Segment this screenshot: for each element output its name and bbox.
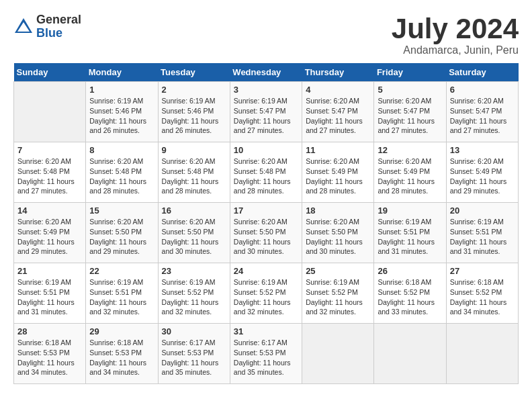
day-number: 11 — [306, 145, 370, 155]
day-info: Sunrise: 6:20 AM Sunset: 5:49 PM Dayligh… — [17, 217, 82, 257]
calendar-cell: 26Sunrise: 6:18 AM Sunset: 5:52 PM Dayli… — [374, 263, 446, 324]
calendar-cell: 22Sunrise: 6:19 AM Sunset: 5:51 PM Dayli… — [86, 263, 158, 324]
calendar-week-3: 14Sunrise: 6:20 AM Sunset: 5:49 PM Dayli… — [14, 203, 519, 263]
weekday-header-thursday: Thursday — [302, 63, 374, 82]
calendar-cell — [14, 82, 86, 142]
day-number: 24 — [234, 266, 298, 276]
day-info: Sunrise: 6:20 AM Sunset: 5:47 PM Dayligh… — [306, 96, 370, 136]
weekday-header-tuesday: Tuesday — [158, 63, 230, 82]
day-number: 25 — [306, 266, 370, 276]
day-info: Sunrise: 6:20 AM Sunset: 5:49 PM Dayligh… — [306, 156, 370, 196]
calendar-week-5: 28Sunrise: 6:18 AM Sunset: 5:53 PM Dayli… — [14, 324, 519, 384]
day-info: Sunrise: 6:20 AM Sunset: 5:48 PM Dayligh… — [234, 156, 298, 196]
calendar-cell — [446, 324, 518, 384]
calendar-cell: 7Sunrise: 6:20 AM Sunset: 5:48 PM Daylig… — [14, 142, 86, 203]
day-info: Sunrise: 6:20 AM Sunset: 5:50 PM Dayligh… — [306, 217, 370, 257]
calendar-cell: 18Sunrise: 6:20 AM Sunset: 5:50 PM Dayli… — [302, 203, 374, 263]
calendar-cell — [374, 324, 446, 384]
day-info: Sunrise: 6:20 AM Sunset: 5:49 PM Dayligh… — [450, 156, 515, 196]
calendar-cell: 10Sunrise: 6:20 AM Sunset: 5:48 PM Dayli… — [230, 142, 302, 203]
calendar-cell: 4Sunrise: 6:20 AM Sunset: 5:47 PM Daylig… — [302, 82, 374, 142]
day-number: 5 — [378, 85, 442, 95]
day-number: 26 — [378, 266, 442, 276]
day-info: Sunrise: 6:18 AM Sunset: 5:53 PM Dayligh… — [17, 338, 82, 377]
day-info: Sunrise: 6:20 AM Sunset: 5:47 PM Dayligh… — [450, 96, 515, 136]
calendar-week-2: 7Sunrise: 6:20 AM Sunset: 5:48 PM Daylig… — [14, 142, 519, 203]
title-area: July 2024 Andamarca, Junin, Peru — [392, 13, 519, 56]
day-number: 29 — [89, 326, 154, 336]
day-number: 28 — [17, 326, 82, 336]
calendar-cell — [302, 324, 374, 384]
day-number: 17 — [234, 205, 298, 216]
day-info: Sunrise: 6:19 AM Sunset: 5:52 PM Dayligh… — [162, 277, 226, 317]
day-number: 21 — [17, 266, 82, 276]
day-number: 19 — [378, 205, 442, 216]
day-info: Sunrise: 6:20 AM Sunset: 5:50 PM Dayligh… — [234, 217, 298, 257]
day-info: Sunrise: 6:19 AM Sunset: 5:51 PM Dayligh… — [378, 217, 442, 257]
day-number: 9 — [162, 145, 226, 155]
header: General Blue July 2024 Andamarca, Junin,… — [13, 13, 519, 56]
calendar-table: SundayMondayTuesdayWednesdayThursdayFrid… — [13, 63, 519, 384]
calendar-cell: 14Sunrise: 6:20 AM Sunset: 5:49 PM Dayli… — [14, 203, 86, 263]
day-info: Sunrise: 6:19 AM Sunset: 5:47 PM Dayligh… — [234, 96, 298, 136]
day-number: 15 — [89, 205, 154, 216]
day-info: Sunrise: 6:20 AM Sunset: 5:48 PM Dayligh… — [162, 156, 226, 196]
weekday-header-monday: Monday — [86, 63, 158, 82]
day-info: Sunrise: 6:18 AM Sunset: 5:53 PM Dayligh… — [89, 338, 154, 377]
day-number: 8 — [89, 145, 154, 155]
weekday-header-sunday: Sunday — [14, 63, 86, 82]
calendar-cell: 20Sunrise: 6:19 AM Sunset: 5:51 PM Dayli… — [446, 203, 518, 263]
calendar-cell: 29Sunrise: 6:18 AM Sunset: 5:53 PM Dayli… — [86, 324, 158, 384]
day-number: 23 — [162, 266, 226, 276]
day-number: 22 — [89, 266, 154, 276]
day-number: 13 — [450, 145, 515, 155]
calendar-cell: 21Sunrise: 6:19 AM Sunset: 5:51 PM Dayli… — [14, 263, 86, 324]
day-info: Sunrise: 6:19 AM Sunset: 5:52 PM Dayligh… — [306, 277, 370, 317]
day-info: Sunrise: 6:17 AM Sunset: 5:53 PM Dayligh… — [234, 338, 298, 377]
calendar-cell: 28Sunrise: 6:18 AM Sunset: 5:53 PM Dayli… — [14, 324, 86, 384]
logo: General Blue — [13, 13, 81, 40]
calendar-cell: 8Sunrise: 6:20 AM Sunset: 5:48 PM Daylig… — [86, 142, 158, 203]
day-number: 4 — [306, 85, 370, 95]
calendar-cell: 13Sunrise: 6:20 AM Sunset: 5:49 PM Dayli… — [446, 142, 518, 203]
day-number: 27 — [450, 266, 515, 276]
day-info: Sunrise: 6:18 AM Sunset: 5:52 PM Dayligh… — [378, 277, 442, 317]
day-info: Sunrise: 6:19 AM Sunset: 5:51 PM Dayligh… — [17, 277, 82, 317]
day-info: Sunrise: 6:20 AM Sunset: 5:48 PM Dayligh… — [89, 156, 154, 196]
day-number: 31 — [234, 326, 298, 336]
day-number: 6 — [450, 85, 515, 95]
day-info: Sunrise: 6:20 AM Sunset: 5:50 PM Dayligh… — [162, 217, 226, 257]
day-number: 7 — [17, 145, 82, 155]
day-info: Sunrise: 6:17 AM Sunset: 5:53 PM Dayligh… — [162, 338, 226, 377]
calendar-cell: 3Sunrise: 6:19 AM Sunset: 5:47 PM Daylig… — [230, 82, 302, 142]
calendar-cell: 31Sunrise: 6:17 AM Sunset: 5:53 PM Dayli… — [230, 324, 302, 384]
day-number: 14 — [17, 205, 82, 216]
day-number: 18 — [306, 205, 370, 216]
day-number: 3 — [234, 85, 298, 95]
calendar-cell: 27Sunrise: 6:18 AM Sunset: 5:52 PM Dayli… — [446, 263, 518, 324]
day-info: Sunrise: 6:19 AM Sunset: 5:52 PM Dayligh… — [234, 277, 298, 317]
day-info: Sunrise: 6:20 AM Sunset: 5:47 PM Dayligh… — [378, 96, 442, 136]
weekday-header-friday: Friday — [374, 63, 446, 82]
month-title: July 2024 — [392, 13, 519, 44]
calendar-cell: 24Sunrise: 6:19 AM Sunset: 5:52 PM Dayli… — [230, 263, 302, 324]
calendar-cell: 17Sunrise: 6:20 AM Sunset: 5:50 PM Dayli… — [230, 203, 302, 263]
weekday-header-wednesday: Wednesday — [230, 63, 302, 82]
weekday-header-row: SundayMondayTuesdayWednesdayThursdayFrid… — [14, 63, 519, 82]
calendar-cell: 6Sunrise: 6:20 AM Sunset: 5:47 PM Daylig… — [446, 82, 518, 142]
calendar-cell: 5Sunrise: 6:20 AM Sunset: 5:47 PM Daylig… — [374, 82, 446, 142]
calendar-cell: 9Sunrise: 6:20 AM Sunset: 5:48 PM Daylig… — [158, 142, 230, 203]
calendar-week-1: 1Sunrise: 6:19 AM Sunset: 5:46 PM Daylig… — [14, 82, 519, 142]
day-number: 20 — [450, 205, 515, 216]
day-info: Sunrise: 6:19 AM Sunset: 5:51 PM Dayligh… — [450, 217, 515, 257]
day-number: 30 — [162, 326, 226, 336]
weekday-header-saturday: Saturday — [446, 63, 518, 82]
calendar-cell: 16Sunrise: 6:20 AM Sunset: 5:50 PM Dayli… — [158, 203, 230, 263]
day-number: 2 — [162, 85, 226, 95]
day-number: 1 — [89, 85, 154, 95]
day-info: Sunrise: 6:20 AM Sunset: 5:49 PM Dayligh… — [378, 156, 442, 196]
logo-blue-text: Blue — [36, 27, 81, 40]
day-number: 16 — [162, 205, 226, 216]
logo-icon — [13, 17, 34, 37]
calendar-cell: 11Sunrise: 6:20 AM Sunset: 5:49 PM Dayli… — [302, 142, 374, 203]
